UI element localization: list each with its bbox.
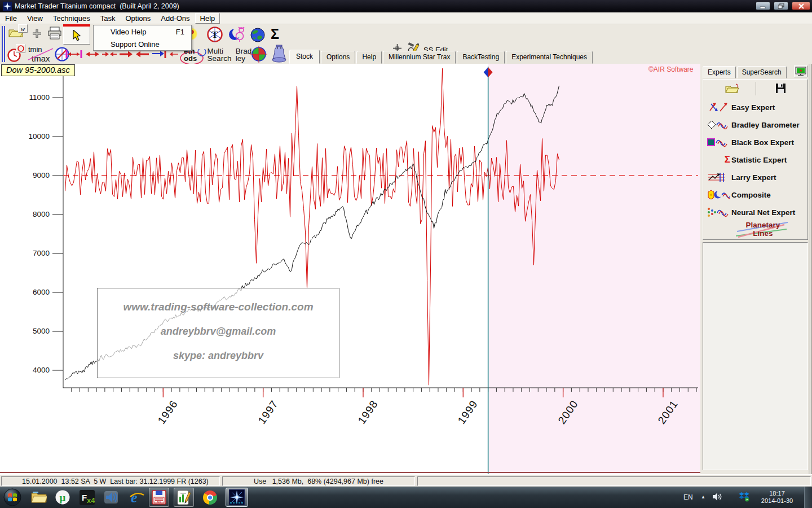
expert-easy[interactable]: Easy Expert (707, 100, 806, 115)
tab-options[interactable]: Options (321, 51, 355, 64)
menu-file[interactable]: File (0, 13, 22, 24)
text-tool-button[interactable]: T (206, 26, 223, 43)
start-button[interactable] (3, 488, 21, 507)
tab-experimental-techniques[interactable]: Experimental Techniques (506, 51, 593, 64)
experts-box: Easy Expert Bradley Barometer Black Box … (703, 79, 808, 240)
results-listbox[interactable] (703, 242, 808, 470)
svg-text:µ: µ (60, 492, 66, 503)
shortcut-f1: F1 (176, 28, 184, 36)
price-chart[interactable] (0, 64, 700, 474)
menu-view[interactable]: View (22, 13, 48, 24)
svg-text:64: 64 (157, 500, 161, 503)
tray-volume-icon[interactable] (712, 492, 722, 503)
tab-stock[interactable]: Stock (289, 50, 320, 64)
y-tick-11000: 11000 (5, 93, 50, 102)
menu-options[interactable]: Options (120, 13, 156, 24)
target-icon (250, 46, 267, 63)
taskbar-market-trader-active[interactable] (226, 488, 248, 507)
expert-composite[interactable]: Composite (707, 187, 806, 202)
language-indicator[interactable]: EN (683, 493, 693, 501)
tab-backtesting[interactable]: BackTesting (457, 51, 505, 64)
menu-item-video-help[interactable]: Video Help F1 (94, 25, 191, 38)
chart-tabs: Stock Options Help Millennium Star Trax … (289, 50, 594, 64)
expert-black-box[interactable]: Black Box Expert (707, 135, 806, 150)
load-expert-button[interactable] (725, 83, 739, 94)
y-tick-8000: 8000 (5, 210, 50, 218)
expert-statistic[interactable]: Σ Statistic Expert (707, 152, 806, 167)
printer-icon (47, 27, 62, 40)
desktop: Market Trader Titanium compact (Built Ap… (0, 0, 812, 508)
starburst-app-icon (229, 489, 245, 505)
w-badge-button[interactable]: w (18, 24, 28, 33)
watermark-email: andreybbrv@gmail.com (98, 326, 339, 338)
watermark-url: www.trading-software-collection.com (98, 301, 339, 313)
taskbar-internet-explorer[interactable]: e (127, 488, 147, 507)
y-tick-6000: 6000 (5, 288, 50, 296)
menu-techniques[interactable]: Techniques (48, 13, 95, 24)
app-icon (3, 2, 12, 11)
taskbar-notes-app[interactable] (174, 488, 194, 507)
tab-millennium-star-trax[interactable]: Millennium Star Trax (383, 51, 456, 64)
step-back-button[interactable] (169, 50, 179, 58)
tab-supersearch[interactable]: SuperSearch (737, 66, 787, 78)
astro-tool-button[interactable] (228, 27, 246, 42)
close-button[interactable] (792, 2, 810, 10)
tray-expand-icon[interactable]: ▲ (701, 494, 705, 500)
monitor-button[interactable] (794, 65, 807, 77)
statistics-button[interactable]: Σ (271, 26, 279, 42)
expert-bradley-barometer[interactable]: Bradley Barometer (707, 117, 806, 132)
expert-larry[interactable]: Larry Expert (707, 170, 806, 185)
world-markets-button[interactable] (250, 28, 265, 42)
moon-astro-icon (228, 27, 246, 42)
save-expert-button[interactable] (775, 83, 786, 94)
status-date-text: 15.01.2000 13:52 SA 5 W Last bar: 31.12.… (22, 478, 209, 485)
minimize-button[interactable] (756, 2, 770, 10)
compress-tool-button[interactable] (102, 50, 117, 59)
panel-tabs: Experts SuperSearch (703, 66, 788, 78)
expert-neural-net[interactable]: Neural Net Expert (707, 205, 806, 220)
active-tool-marker (63, 24, 90, 27)
print-button[interactable] (47, 27, 62, 40)
shift-right-button[interactable] (118, 50, 133, 59)
menu-addons[interactable]: Add-Ons (156, 13, 195, 24)
bell-icon (270, 45, 289, 63)
restore-button[interactable] (774, 2, 788, 10)
pointer-tool-button[interactable] (63, 26, 90, 45)
taskbar-fx-app[interactable]: Fx4 (77, 488, 96, 507)
tray-dropbox-icon[interactable] (739, 492, 749, 504)
tab-experts[interactable]: Experts (703, 66, 736, 78)
tray-date: 2014-01-30 (760, 497, 794, 505)
expert-planetary-lines[interactable]: Planetary Lines (736, 220, 790, 238)
planetary-lines-label: Planetary Lines (736, 221, 790, 238)
easy-expert-icon (708, 102, 730, 113)
menu-help[interactable]: Help (195, 13, 220, 24)
tab-help[interactable]: Help (356, 51, 382, 64)
tray-clock[interactable]: 18:17 2014-01-30 (760, 490, 794, 505)
clock-badge-button[interactable] (16, 44, 25, 53)
menu-task[interactable]: Task (95, 13, 121, 24)
menu-item-support-online[interactable]: Support Online (94, 38, 191, 50)
add-button[interactable] (33, 29, 41, 38)
double-arrow-icon (85, 50, 100, 59)
alert-tool-button[interactable] (270, 45, 289, 63)
tmin-tmax-button[interactable]: tmin tmax (27, 45, 52, 63)
range-tool-button[interactable] (65, 50, 82, 59)
expand-tool-button[interactable] (85, 50, 100, 59)
shift-left-button[interactable] (135, 50, 150, 59)
taskbar-saver-app[interactable]: 64 (149, 488, 169, 507)
red-circle-icon (17, 45, 24, 52)
explorer-folder-icon (31, 491, 47, 503)
windows-start-icon (3, 488, 21, 506)
multi-search-button[interactable]: Multi Search (206, 46, 232, 64)
chart-file-label[interactable]: Dow 95-2000.asc (1, 64, 75, 76)
taskbar-explorer[interactable] (29, 488, 48, 507)
taskbar-chrome[interactable] (200, 488, 219, 507)
taskbar-volume-app[interactable] (102, 488, 121, 507)
show-desktop-button[interactable] (804, 487, 812, 508)
chart-pane[interactable]: 11000 10000 9000 8000 7000 6000 5000 400… (0, 64, 700, 474)
taskbar-utorrent[interactable]: µ (53, 488, 72, 507)
title-bar: Market Trader Titanium compact (Built Ap… (0, 0, 812, 12)
toolbar-grip[interactable] (2, 26, 5, 62)
menu-bar: File View Techniques Task Options Add-On… (0, 12, 812, 24)
target-tool-button[interactable] (250, 46, 267, 63)
